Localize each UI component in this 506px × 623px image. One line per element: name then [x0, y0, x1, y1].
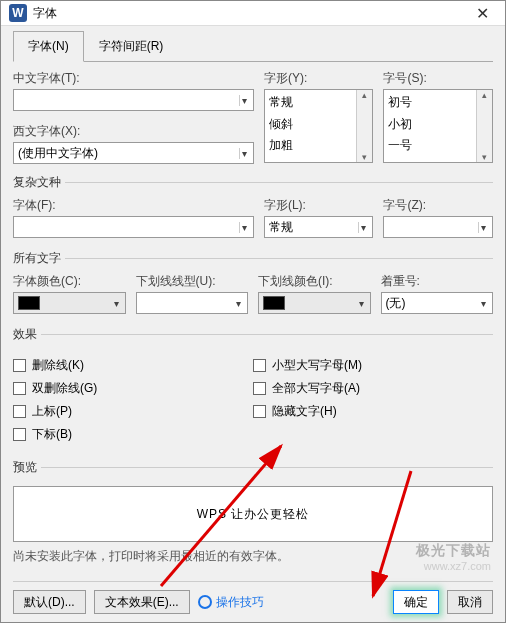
label-emphasis: 着重号: [381, 273, 494, 290]
check-dblstrike[interactable]: 双删除线(G) [13, 380, 253, 397]
button-row: 默认(D)... 文本效果(E)... 操作技巧 确定 取消 [13, 581, 493, 614]
scrollbar[interactable] [476, 90, 492, 162]
label-cnfont: 中文字体(T): [13, 70, 254, 87]
combo-fontF[interactable]: ▾ [13, 216, 254, 238]
list-item[interactable]: 一号 [388, 135, 472, 157]
label-underline: 下划线线型(U): [136, 273, 249, 290]
dialog-content: 字体(N) 字符间距(R) 中文字体(T): ▾ 西文字体(X): (使用中文字… [1, 26, 505, 622]
chevron-down-icon: ▾ [353, 298, 370, 309]
check-strike[interactable]: 删除线(K) [13, 357, 253, 374]
combo-sizeZ[interactable]: ▾ [383, 216, 493, 238]
listbox-style[interactable]: 常规 倾斜 加粗 [264, 89, 374, 163]
row-main-font: 中文字体(T): ▾ 西文字体(X): (使用中文字体)▾ 字形(Y): 常规 … [13, 70, 493, 164]
label-styleL: 字形(L): [264, 197, 374, 214]
check-hidden[interactable]: 隐藏文字(H) [253, 403, 493, 420]
group-alltext: 所有文字 字体颜色(C): ▾ 下划线线型(U): ▾ 下划线颜色(I): ▾ … [13, 250, 493, 318]
combo-wfont[interactable]: (使用中文字体)▾ [13, 142, 254, 164]
ok-button[interactable]: 确定 [393, 590, 439, 614]
group-effects: 效果 删除线(K) 双删除线(G) 上标(P) 下标(B) 小型大写字母(M) … [13, 326, 493, 451]
text-effect-button[interactable]: 文本效果(E)... [94, 590, 190, 614]
checkbox-icon [253, 359, 266, 372]
check-sub[interactable]: 下标(B) [13, 426, 253, 443]
tab-strip: 字体(N) 字符间距(R) [13, 30, 493, 62]
color-swatch-icon [18, 296, 40, 310]
check-label: 全部大写字母(A) [272, 380, 360, 397]
label-fontF: 字体(F): [13, 197, 254, 214]
info-icon [198, 595, 212, 609]
checkbox-icon [13, 405, 26, 418]
preview-box: WPS 让办公更轻松 [13, 486, 493, 542]
check-label: 下标(B) [32, 426, 72, 443]
legend-effects: 效果 [13, 326, 41, 343]
cancel-button[interactable]: 取消 [447, 590, 493, 614]
close-icon[interactable]: ✕ [468, 4, 497, 23]
default-button[interactable]: 默认(D)... [13, 590, 86, 614]
label-wfont: 西文字体(X): [13, 123, 254, 140]
group-preview: 预览 WPS 让办公更轻松 尚未安装此字体，打印时将采用最相近的有效字体。 [13, 459, 493, 579]
legend-alltext: 所有文字 [13, 250, 65, 267]
group-complex: 复杂文种 字体(F): ▾ 字形(L): 常规▾ 字号(Z): ▾ [13, 174, 493, 242]
check-label: 删除线(K) [32, 357, 84, 374]
chevron-down-icon: ▾ [239, 148, 249, 159]
combo-fontcolor[interactable]: ▾ [13, 292, 126, 314]
label-fontcolor: 字体颜色(C): [13, 273, 126, 290]
label-sizeZ: 字号(Z): [383, 197, 493, 214]
chevron-down-icon: ▾ [475, 298, 492, 309]
legend-preview: 预览 [13, 459, 41, 476]
chevron-down-icon: ▾ [230, 298, 247, 309]
combo-emphasis-value: (无) [382, 295, 410, 312]
combo-ulcolor[interactable]: ▾ [258, 292, 371, 314]
chevron-down-icon: ▾ [478, 222, 488, 233]
hint-text: 尚未安装此字体，打印时将采用最相近的有效字体。 [13, 548, 493, 565]
checkbox-icon [253, 382, 266, 395]
label-ulcolor: 下划线颜色(I): [258, 273, 371, 290]
list-item[interactable]: 常规 [269, 92, 353, 114]
scrollbar[interactable] [356, 90, 372, 162]
tab-font[interactable]: 字体(N) [13, 31, 84, 62]
checkbox-icon [13, 428, 26, 441]
list-item[interactable]: 初号 [388, 92, 472, 114]
label-style: 字形(Y): [264, 70, 374, 87]
list-item[interactable]: 倾斜 [269, 114, 353, 136]
combo-styleL-value: 常规 [269, 219, 293, 236]
chevron-down-icon: ▾ [239, 222, 249, 233]
chevron-down-icon: ▾ [358, 222, 368, 233]
check-smallcaps[interactable]: 小型大写字母(M) [253, 357, 493, 374]
combo-wfont-value: (使用中文字体) [18, 145, 98, 162]
combo-emphasis[interactable]: (无)▾ [381, 292, 494, 314]
combo-underline[interactable]: ▾ [136, 292, 249, 314]
chevron-down-icon: ▾ [239, 95, 249, 106]
titlebar: W 字体 ✕ [1, 1, 505, 26]
check-sup[interactable]: 上标(P) [13, 403, 253, 420]
listbox-size[interactable]: 初号 小初 一号 [383, 89, 493, 163]
legend-complex: 复杂文种 [13, 174, 65, 191]
window-title: 字体 [33, 5, 468, 22]
checkbox-icon [253, 405, 266, 418]
checkbox-icon [13, 359, 26, 372]
label-size: 字号(S): [383, 70, 493, 87]
check-label: 上标(P) [32, 403, 72, 420]
list-item[interactable]: 小初 [388, 114, 472, 136]
color-swatch-icon [263, 296, 285, 310]
check-label: 隐藏文字(H) [272, 403, 337, 420]
check-allcaps[interactable]: 全部大写字母(A) [253, 380, 493, 397]
check-label: 小型大写字母(M) [272, 357, 362, 374]
list-item[interactable]: 加粗 [269, 135, 353, 157]
tips-label: 操作技巧 [216, 594, 264, 611]
chevron-down-icon: ▾ [108, 298, 125, 309]
preview-text: WPS 让办公更轻松 [197, 506, 310, 523]
tips-link[interactable]: 操作技巧 [198, 594, 264, 611]
combo-styleL[interactable]: 常规▾ [264, 216, 374, 238]
app-icon: W [9, 4, 27, 22]
combo-cnfont[interactable]: ▾ [13, 89, 254, 111]
check-label: 双删除线(G) [32, 380, 97, 397]
checkbox-icon [13, 382, 26, 395]
tab-spacing[interactable]: 字符间距(R) [84, 31, 179, 62]
